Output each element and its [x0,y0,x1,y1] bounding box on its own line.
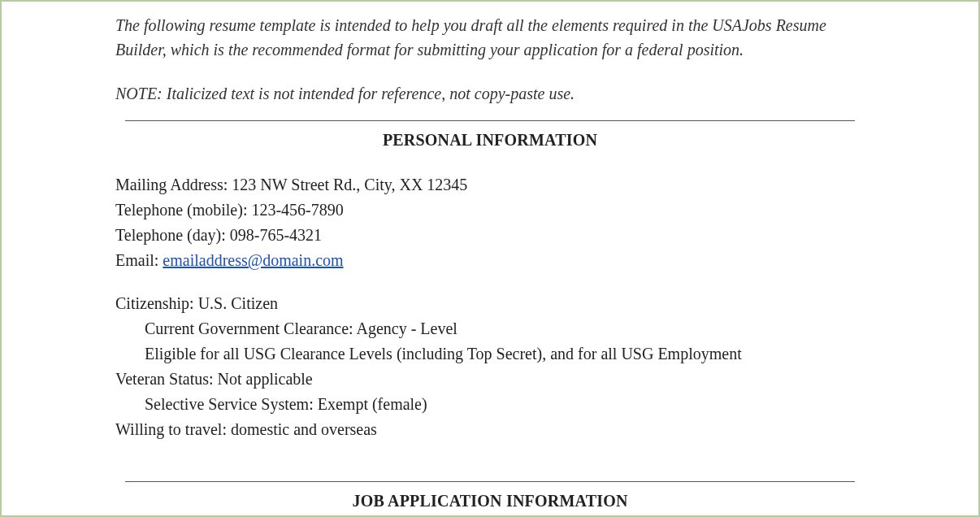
telephone-day-label: Telephone (day): [115,226,230,244]
travel-label: Willing to travel: [115,420,231,438]
telephone-mobile-value: 123-456-7890 [251,201,343,219]
email-link[interactable]: emailaddress@domain.com [163,251,343,269]
eligibility-line: Eligible for all USG Clearance Levels (i… [115,341,865,367]
travel-value: domestic and overseas [231,420,377,438]
document-page: The following resume template is intende… [0,0,980,517]
telephone-day-value: 098-765-4321 [230,226,322,244]
email-line: Email: emailaddress@domain.com [115,248,865,273]
note-paragraph: NOTE: Italicized text is not intended fo… [115,81,865,106]
veteran-status-label: Veteran Status: [115,370,218,388]
divider-bottom [125,481,855,482]
email-label: Email: [115,251,163,269]
blank-line [115,442,865,467]
selective-service-line: Selective Service System: Exempt (female… [115,392,865,417]
travel-line: Willing to travel: domestic and overseas [115,417,865,442]
intro-paragraph: The following resume template is intende… [115,13,865,62]
divider-top [125,120,855,121]
mailing-address-label: Mailing Address: [115,176,232,193]
blank-line [115,273,865,291]
section-heading-job-application: JOB APPLICATION INFORMATION [115,492,865,510]
telephone-mobile-line: Telephone (mobile): 123-456-7890 [115,198,865,223]
mailing-address-value: 123 NW Street Rd., City, XX 12345 [232,176,467,193]
veteran-status-line: Veteran Status: Not applicable [115,367,865,392]
document-content: The following resume template is intende… [2,13,978,510]
citizenship-value: U.S. Citizen [198,294,278,312]
telephone-mobile-label: Telephone (mobile): [115,201,251,219]
section-heading-personal: PERSONAL INFORMATION [115,131,865,150]
clearance-line: Current Government Clearance: Agency - L… [115,316,865,341]
citizenship-label: Citizenship: [115,294,198,312]
telephone-day-line: Telephone (day): 098-765-4321 [115,223,865,248]
veteran-status-value: Not applicable [218,370,313,388]
mailing-address-line: Mailing Address: 123 NW Street Rd., City… [115,172,865,198]
personal-info-block: Mailing Address: 123 NW Street Rd., City… [115,172,865,442]
citizenship-line: Citizenship: U.S. Citizen [115,291,865,316]
